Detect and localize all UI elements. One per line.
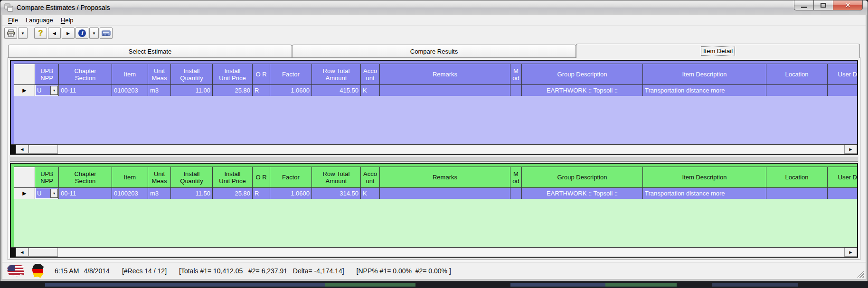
col-header-user-defined[interactable]: User Defined: [828, 64, 857, 85]
col-header-factor[interactable]: Factor: [270, 64, 312, 85]
cell-factor[interactable]: 1.0600: [270, 188, 312, 199]
horizontal-scrollbar[interactable]: ◄►: [11, 247, 857, 257]
cell-location[interactable]: [766, 188, 828, 199]
cell-upb-npp[interactable]: U▾: [35, 85, 59, 96]
scrollbar-track[interactable]: [58, 145, 844, 154]
cell-row-total-amount[interactable]: 415.50: [312, 85, 361, 96]
upb-dropdown-button[interactable]: ▾: [50, 86, 58, 95]
cell-item[interactable]: 0100203: [112, 85, 148, 96]
cell-mod[interactable]: [510, 188, 522, 199]
scroll-right-button[interactable]: ►: [844, 145, 857, 154]
print-dropdown-button[interactable]: ▼: [18, 28, 28, 39]
cell-chapter-section[interactable]: 00-11: [59, 188, 112, 199]
col-header-upb-npp[interactable]: UPB NPP: [35, 64, 59, 85]
info-dropdown-button[interactable]: ▼: [89, 28, 99, 39]
grid-splitter[interactable]: [10, 156, 858, 162]
next-record-button[interactable]: ►: [62, 28, 75, 39]
col-header-o-r[interactable]: O R: [253, 167, 270, 188]
scroll-left-button[interactable]: ◄: [16, 248, 28, 257]
col-header-o-r[interactable]: O R: [253, 64, 270, 85]
cell-remarks[interactable]: [380, 188, 510, 199]
col-header-unit-meas[interactable]: Unit Meas: [148, 64, 171, 85]
cell-install-unit-price[interactable]: 25.80: [213, 85, 253, 96]
cell-install-unit-price[interactable]: 25.80: [213, 188, 253, 199]
cell-install-quantity[interactable]: 11.50: [171, 188, 213, 199]
cell-group-description[interactable]: EARTHWORK :: Topsoil ::: [522, 188, 643, 199]
cell-unit-meas[interactable]: m3: [148, 188, 171, 199]
data-row[interactable]: ▶U▾00-110100203m311.0025.80R1.0600415.50…: [14, 85, 857, 96]
data-row[interactable]: ▶U▾00-110100203m311.5025.80R1.0600314.50…: [14, 188, 857, 199]
titlebar[interactable]: Compare Estimates / Proposals ✕: [0, 0, 868, 15]
col-header-mod[interactable]: M od: [510, 167, 522, 188]
scrollbar-thumb[interactable]: [28, 145, 58, 154]
cell-chapter-section[interactable]: 00-11: [59, 85, 112, 96]
col-header-install-unit-price[interactable]: Install Unit Price: [213, 167, 253, 188]
menu-language[interactable]: Language: [22, 16, 57, 25]
horizontal-scrollbar[interactable]: ◄►: [11, 144, 857, 154]
row-selector-header[interactable]: [14, 64, 35, 85]
tab-compare-results[interactable]: Compare Results: [292, 45, 576, 57]
close-button[interactable]: ✕: [833, 0, 863, 10]
cell-o-r[interactable]: R: [253, 188, 270, 199]
col-header-unit-meas[interactable]: Unit Meas: [148, 167, 171, 188]
col-header-install-unit-price[interactable]: Install Unit Price: [213, 64, 253, 85]
upb-dropdown-button[interactable]: ▾: [50, 189, 58, 198]
col-header-item[interactable]: Item: [112, 64, 148, 85]
col-header-install-quantity[interactable]: Install Quantity: [171, 64, 213, 85]
col-header-mod[interactable]: M od: [510, 64, 522, 85]
col-header-chapter-section[interactable]: Chapter Section: [59, 64, 112, 85]
cell-item[interactable]: 0100203: [112, 188, 148, 199]
scrollbar-thumb[interactable]: [28, 248, 58, 257]
tab-select-estimate[interactable]: Select Estimate: [8, 45, 292, 57]
cell-unit-meas[interactable]: m3: [148, 85, 171, 96]
scroll-left-button[interactable]: ◄: [16, 145, 28, 154]
tab-item-detail[interactable]: Item Detail: [576, 44, 860, 58]
col-header-group-description[interactable]: Group Description: [522, 167, 643, 188]
menu-file[interactable]: File: [4, 16, 22, 25]
print-button[interactable]: [4, 28, 17, 39]
minimize-button[interactable]: [794, 0, 813, 10]
col-header-item[interactable]: Item: [112, 167, 148, 188]
col-header-row-total-amount[interactable]: Row Total Amount: [312, 167, 361, 188]
help-button[interactable]: ?: [34, 28, 47, 39]
cell-user-defined[interactable]: [828, 85, 857, 96]
cell-factor[interactable]: 1.0600: [270, 85, 312, 96]
cell-row-total-amount[interactable]: 314.50: [312, 188, 361, 199]
scrollbar-track[interactable]: [58, 248, 844, 257]
calculator-button[interactable]: [100, 28, 113, 39]
cell-selector[interactable]: ▶: [14, 188, 35, 199]
col-header-chapter-section[interactable]: Chapter Section: [59, 167, 112, 188]
col-header-install-quantity[interactable]: Install Quantity: [171, 167, 213, 188]
scroll-right-button[interactable]: ►: [844, 248, 857, 257]
col-header-remarks[interactable]: Remarks: [380, 64, 510, 85]
german-flag-icon[interactable]: [32, 264, 44, 278]
cell-account[interactable]: K: [361, 85, 380, 96]
prev-record-button[interactable]: ◄: [48, 28, 61, 39]
us-flag-icon[interactable]: [7, 265, 24, 277]
col-header-row-total-amount[interactable]: Row Total Amount: [312, 64, 361, 85]
cell-location[interactable]: [766, 85, 828, 96]
cell-install-quantity[interactable]: 11.00: [171, 85, 213, 96]
cell-user-defined[interactable]: [828, 188, 857, 199]
col-header-location[interactable]: Location: [766, 64, 828, 85]
cell-item-description[interactable]: Transportation distance more: [643, 85, 766, 96]
info-button[interactable]: i: [75, 28, 88, 39]
cell-account[interactable]: K: [361, 188, 380, 199]
col-header-factor[interactable]: Factor: [270, 167, 312, 188]
cell-group-description[interactable]: EARTHWORK :: Topsoil ::: [522, 85, 643, 96]
cell-upb-npp[interactable]: U▾: [35, 188, 59, 199]
maximize-button[interactable]: [813, 0, 833, 10]
resize-grip[interactable]: [857, 270, 864, 278]
cell-item-description[interactable]: Transportation distance more: [643, 188, 766, 199]
cell-remarks[interactable]: [380, 85, 510, 96]
col-header-upb-npp[interactable]: UPB NPP: [35, 167, 59, 188]
col-header-account[interactable]: Acco unt: [361, 64, 380, 85]
col-header-group-description[interactable]: Group Description: [522, 64, 643, 85]
col-header-item-description[interactable]: Item Description: [643, 64, 766, 85]
col-header-user-defined[interactable]: User Defined: [828, 167, 857, 188]
col-header-remarks[interactable]: Remarks: [380, 167, 510, 188]
col-header-location[interactable]: Location: [766, 167, 828, 188]
col-header-item-description[interactable]: Item Description: [643, 167, 766, 188]
cell-o-r[interactable]: R: [253, 85, 270, 96]
menu-help[interactable]: Help: [57, 16, 77, 25]
